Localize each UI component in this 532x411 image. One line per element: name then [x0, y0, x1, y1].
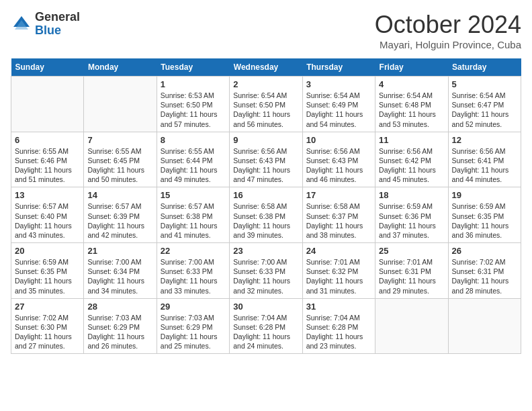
day-info: Sunrise: 7:01 AMSunset: 6:31 PMDaylight:…: [379, 257, 444, 295]
day-info: Sunrise: 7:02 AMSunset: 6:31 PMDaylight:…: [452, 257, 517, 295]
day-cell: 1Sunrise: 6:53 AMSunset: 6:50 PMDaylight…: [157, 77, 229, 132]
day-info: Sunrise: 6:59 AMSunset: 6:36 PMDaylight:…: [379, 201, 444, 240]
week-row-2: 6Sunrise: 6:55 AMSunset: 6:46 PMDaylight…: [11, 132, 521, 187]
day-info: Sunrise: 6:58 AMSunset: 6:37 PMDaylight:…: [306, 201, 371, 240]
day-cell: 23Sunrise: 7:00 AMSunset: 6:33 PMDayligh…: [230, 243, 302, 299]
day-info: Sunrise: 6:55 AMSunset: 6:44 PMDaylight:…: [161, 146, 226, 185]
day-info: Sunrise: 6:57 AMSunset: 6:40 PMDaylight:…: [15, 201, 80, 240]
day-info: Sunrise: 6:54 AMSunset: 6:48 PMDaylight:…: [379, 91, 444, 129]
day-cell: 17Sunrise: 6:58 AMSunset: 6:37 PMDayligh…: [302, 187, 375, 243]
day-number: 17: [306, 190, 371, 200]
title-block: October 2024 Mayari, Holguin Province, C…: [375, 11, 521, 50]
location: Mayari, Holguin Province, Cuba: [375, 39, 521, 50]
day-number: 28: [87, 302, 152, 312]
day-info: Sunrise: 7:00 AMSunset: 6:34 PMDaylight:…: [87, 257, 152, 295]
day-cell: 15Sunrise: 6:57 AMSunset: 6:38 PMDayligh…: [157, 187, 229, 243]
day-number: 21: [87, 246, 152, 256]
day-info: Sunrise: 7:03 AMSunset: 6:29 PMDaylight:…: [87, 313, 152, 351]
calendar-table: SundayMondayTuesdayWednesdayThursdayFrid…: [11, 58, 521, 354]
header-row: SundayMondayTuesdayWednesdayThursdayFrid…: [11, 58, 521, 77]
day-cell: 4Sunrise: 6:54 AMSunset: 6:48 PMDaylight…: [375, 77, 448, 132]
day-cell: [448, 298, 521, 354]
day-cell: 8Sunrise: 6:55 AMSunset: 6:44 PMDaylight…: [157, 132, 229, 187]
day-number: 29: [161, 302, 226, 312]
day-number: 31: [306, 302, 371, 312]
day-number: 9: [233, 135, 298, 145]
day-info: Sunrise: 7:00 AMSunset: 6:33 PMDaylight:…: [161, 257, 226, 295]
week-row-1: 1Sunrise: 6:53 AMSunset: 6:50 PMDaylight…: [11, 77, 521, 132]
day-info: Sunrise: 7:00 AMSunset: 6:33 PMDaylight:…: [233, 257, 298, 295]
day-number: 15: [161, 190, 226, 200]
day-number: 5: [452, 79, 517, 89]
day-number: 30: [233, 302, 298, 312]
day-number: 27: [15, 302, 80, 312]
day-info: Sunrise: 6:54 AMSunset: 6:49 PMDaylight:…: [306, 91, 371, 129]
day-cell: [84, 77, 157, 132]
day-info: Sunrise: 6:55 AMSunset: 6:45 PMDaylight:…: [87, 146, 152, 185]
col-header-thursday: Thursday: [302, 58, 375, 77]
day-info: Sunrise: 7:02 AMSunset: 6:30 PMDaylight:…: [15, 313, 80, 351]
day-info: Sunrise: 6:56 AMSunset: 6:41 PMDaylight:…: [452, 146, 517, 185]
day-cell: 27Sunrise: 7:02 AMSunset: 6:30 PMDayligh…: [11, 298, 84, 354]
day-cell: 28Sunrise: 7:03 AMSunset: 6:29 PMDayligh…: [84, 298, 157, 354]
col-header-tuesday: Tuesday: [157, 58, 229, 77]
day-cell: 16Sunrise: 6:58 AMSunset: 6:38 PMDayligh…: [230, 187, 302, 243]
day-info: Sunrise: 6:57 AMSunset: 6:39 PMDaylight:…: [87, 201, 152, 240]
day-info: Sunrise: 6:56 AMSunset: 6:43 PMDaylight:…: [306, 146, 371, 185]
day-info: Sunrise: 6:53 AMSunset: 6:50 PMDaylight:…: [161, 91, 226, 129]
day-cell: 30Sunrise: 7:04 AMSunset: 6:28 PMDayligh…: [230, 298, 302, 354]
day-cell: 20Sunrise: 6:59 AMSunset: 6:35 PMDayligh…: [11, 243, 84, 299]
day-number: 14: [87, 190, 152, 200]
day-cell: 7Sunrise: 6:55 AMSunset: 6:45 PMDaylight…: [84, 132, 157, 187]
day-number: 8: [161, 135, 226, 145]
day-cell: [375, 298, 448, 354]
day-cell: 3Sunrise: 6:54 AMSunset: 6:49 PMDaylight…: [302, 77, 375, 132]
day-info: Sunrise: 6:58 AMSunset: 6:38 PMDaylight:…: [233, 201, 298, 240]
day-number: 18: [379, 190, 444, 200]
day-number: 4: [379, 79, 444, 89]
day-number: 20: [15, 246, 80, 256]
day-info: Sunrise: 6:59 AMSunset: 6:35 PMDaylight:…: [452, 201, 517, 240]
day-cell: 26Sunrise: 7:02 AMSunset: 6:31 PMDayligh…: [448, 243, 521, 299]
logo-general: General: [35, 11, 80, 24]
day-number: 7: [87, 135, 152, 145]
day-cell: 5Sunrise: 6:54 AMSunset: 6:47 PMDaylight…: [448, 77, 521, 132]
day-number: 24: [306, 246, 371, 256]
day-number: 16: [233, 190, 298, 200]
day-cell: 10Sunrise: 6:56 AMSunset: 6:43 PMDayligh…: [302, 132, 375, 187]
day-number: 23: [233, 246, 298, 256]
day-cell: 25Sunrise: 7:01 AMSunset: 6:31 PMDayligh…: [375, 243, 448, 299]
day-cell: [11, 77, 84, 132]
day-info: Sunrise: 7:04 AMSunset: 6:28 PMDaylight:…: [233, 313, 298, 351]
col-header-monday: Monday: [84, 58, 157, 77]
day-cell: 9Sunrise: 6:56 AMSunset: 6:43 PMDaylight…: [230, 132, 302, 187]
logo-blue: Blue: [35, 24, 80, 38]
col-header-friday: Friday: [375, 58, 448, 77]
day-number: 19: [452, 190, 517, 200]
day-cell: 12Sunrise: 6:56 AMSunset: 6:41 PMDayligh…: [448, 132, 521, 187]
day-number: 3: [306, 79, 371, 89]
col-header-saturday: Saturday: [448, 58, 521, 77]
day-cell: 2Sunrise: 6:54 AMSunset: 6:50 PMDaylight…: [230, 77, 302, 132]
logo: General Blue: [11, 11, 80, 38]
col-header-wednesday: Wednesday: [230, 58, 302, 77]
day-cell: 21Sunrise: 7:00 AMSunset: 6:34 PMDayligh…: [84, 243, 157, 299]
day-info: Sunrise: 7:01 AMSunset: 6:32 PMDaylight:…: [306, 257, 371, 295]
logo-text: General Blue: [35, 11, 80, 38]
logo-icon: [11, 13, 32, 35]
day-cell: 29Sunrise: 7:03 AMSunset: 6:29 PMDayligh…: [157, 298, 229, 354]
day-info: Sunrise: 7:03 AMSunset: 6:29 PMDaylight:…: [161, 313, 226, 351]
day-cell: 31Sunrise: 7:04 AMSunset: 6:28 PMDayligh…: [302, 298, 375, 354]
day-number: 25: [379, 246, 444, 256]
day-cell: 13Sunrise: 6:57 AMSunset: 6:40 PMDayligh…: [11, 187, 84, 243]
page-header: General Blue October 2024 Mayari, Holgui…: [11, 11, 521, 50]
day-number: 22: [161, 246, 226, 256]
day-cell: 11Sunrise: 6:56 AMSunset: 6:42 PMDayligh…: [375, 132, 448, 187]
week-row-5: 27Sunrise: 7:02 AMSunset: 6:30 PMDayligh…: [11, 298, 521, 354]
day-info: Sunrise: 6:59 AMSunset: 6:35 PMDaylight:…: [15, 257, 80, 295]
day-number: 13: [15, 190, 80, 200]
day-number: 2: [233, 79, 298, 89]
day-cell: 18Sunrise: 6:59 AMSunset: 6:36 PMDayligh…: [375, 187, 448, 243]
day-info: Sunrise: 6:56 AMSunset: 6:42 PMDaylight:…: [379, 146, 444, 185]
month-title: October 2024: [375, 11, 521, 39]
